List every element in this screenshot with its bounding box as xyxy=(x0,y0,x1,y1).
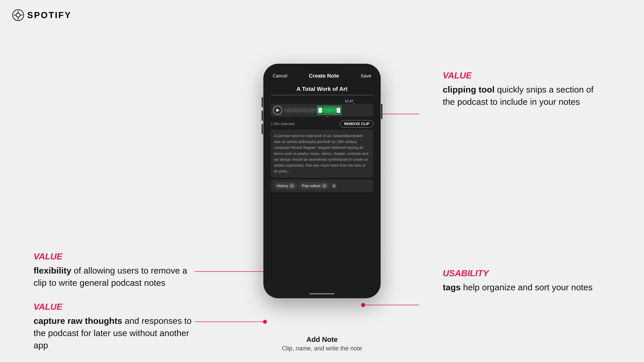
annotation-label-1: VALUE xyxy=(34,251,194,261)
title-divider xyxy=(271,95,373,95)
annotation-value-flexibility: VALUE flexibility of allowing users to r… xyxy=(34,251,194,289)
phone-body: Cancel Create Note Save A Total Work of … xyxy=(263,64,381,298)
caption-title: Add Note xyxy=(282,336,362,344)
tag-history[interactable]: History − xyxy=(274,182,297,190)
audio-player[interactable] xyxy=(271,104,373,117)
svg-point-9 xyxy=(16,13,20,17)
clip-position-indicator xyxy=(327,116,328,117)
tag-history-label: History xyxy=(277,184,288,188)
nav-bar: Cancel Create Note Save xyxy=(265,70,379,82)
cancel-button[interactable]: Cancel xyxy=(273,73,287,79)
annotation-label-2: VALUE xyxy=(34,302,194,312)
annotation-value-capture: VALUE capture raw thoughts and responses… xyxy=(34,302,194,351)
annotation-usability-tags: USABILITY tags help organize and sort yo… xyxy=(443,268,594,294)
tags-container: History − Pop culture − + xyxy=(271,179,373,192)
caption-subtitle: Clip, name, and write the note xyxy=(282,345,362,352)
save-button[interactable]: Save xyxy=(360,73,371,79)
screen-content: A Total Work of Art 11:47 xyxy=(265,82,379,292)
time-indicator: 11:47 xyxy=(271,99,373,103)
tag-history-remove[interactable]: − xyxy=(290,184,294,188)
clip-handle-left[interactable] xyxy=(318,108,322,113)
annotation-text-3: clipping tool quickly snips a section of… xyxy=(443,83,594,108)
text-cursor xyxy=(289,170,290,173)
annotation-text-2: capture raw thoughts and responses to th… xyxy=(34,315,194,351)
annotation-label-4: USABILITY xyxy=(443,268,594,278)
phone-screen: Cancel Create Note Save A Total Work of … xyxy=(265,65,379,297)
remove-clip-button[interactable]: REMOVE CLIP xyxy=(340,120,373,128)
brand-name: SPOTIFY xyxy=(27,10,72,20)
home-indicator xyxy=(310,293,334,294)
annotation-label-3: VALUE xyxy=(443,70,594,80)
player-wrapper: 11:47 xyxy=(271,99,373,117)
play-icon xyxy=(276,109,280,112)
selected-duration: 1:30s selected xyxy=(271,122,294,126)
note-content: A German word for total work of art. Ges… xyxy=(274,134,368,173)
phone-notch xyxy=(305,65,339,70)
remove-clip-row: 1:30s selected REMOVE CLIP xyxy=(271,120,373,128)
note-text-area[interactable]: A German word for total work of art. Ges… xyxy=(271,130,373,177)
annotation-value-clipping: VALUE clipping tool quickly snips a sect… xyxy=(443,70,594,108)
clip-selection[interactable] xyxy=(317,106,342,115)
tag-pop-culture[interactable]: Pop culture − xyxy=(299,182,329,190)
play-button[interactable] xyxy=(273,106,282,115)
current-time: 11:47 xyxy=(345,99,353,103)
add-tag-button[interactable]: + xyxy=(332,184,336,188)
annotation-text-1: flexibility of allowing users to remove … xyxy=(34,265,194,289)
waveform[interactable] xyxy=(284,106,371,115)
phone-mockup: Cancel Create Note Save A Total Work of … xyxy=(204,0,440,362)
tag-pop-culture-remove[interactable]: − xyxy=(322,184,327,188)
player-controls xyxy=(271,104,373,117)
spotify-icon xyxy=(12,9,24,21)
clip-handle-right[interactable] xyxy=(337,108,340,113)
clip-waveform xyxy=(322,106,337,114)
podcast-title: A Total Work of Art xyxy=(271,86,373,92)
spotify-logo: SPOTIFY xyxy=(12,9,72,21)
nav-title: Create Note xyxy=(309,73,339,79)
tag-pop-culture-label: Pop culture xyxy=(302,184,320,188)
bottom-caption: Add Note Clip, name, and write the note xyxy=(282,336,362,352)
annotation-text-4: tags help organize and sort your notes xyxy=(443,281,594,294)
